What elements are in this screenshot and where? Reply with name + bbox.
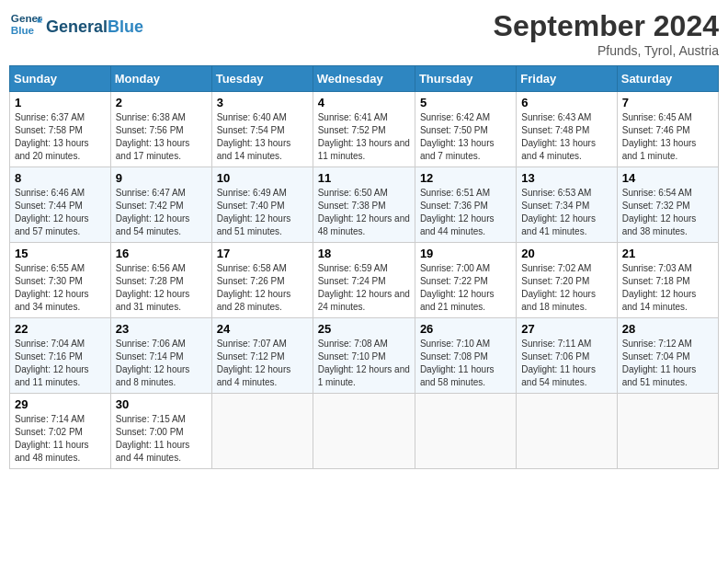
day-number: 5 <box>420 96 511 109</box>
calendar-week-row: 22 Sunrise: 7:04 AM Sunset: 7:16 PM Dayl… <box>10 318 719 394</box>
day-number: 28 <box>622 322 713 336</box>
day-number: 30 <box>116 397 207 411</box>
day-number: 16 <box>116 247 207 260</box>
calendar-cell <box>617 394 718 469</box>
day-number: 26 <box>420 322 511 336</box>
day-of-week-header: Tuesday <box>211 66 313 92</box>
calendar-cell: 12 Sunrise: 6:51 AM Sunset: 7:36 PM Dayl… <box>415 167 516 243</box>
day-number: 17 <box>217 247 308 260</box>
title-block: September 2024 Pfunds, Tyrol, Austria <box>494 9 719 58</box>
day-info: Sunrise: 7:07 AM Sunset: 7:12 PM Dayligh… <box>217 338 308 389</box>
day-info: Sunrise: 7:00 AM Sunset: 7:22 PM Dayligh… <box>420 262 511 314</box>
day-info: Sunrise: 7:02 AM Sunset: 7:20 PM Dayligh… <box>521 262 611 314</box>
day-number: 21 <box>622 247 713 260</box>
day-info: Sunrise: 7:14 AM Sunset: 7:02 PM Dayligh… <box>15 413 106 465</box>
day-of-week-header: Saturday <box>617 66 718 92</box>
calendar-cell: 10 Sunrise: 6:49 AM Sunset: 7:40 PM Dayl… <box>211 167 313 243</box>
calendar-cell: 18 Sunrise: 6:59 AM Sunset: 7:24 PM Dayl… <box>313 243 415 318</box>
day-info: Sunrise: 7:10 AM Sunset: 7:08 PM Dayligh… <box>420 338 511 389</box>
day-number: 29 <box>15 397 106 411</box>
page-header: General Blue GeneralBlue September 2024 … <box>9 9 719 58</box>
day-info: Sunrise: 6:38 AM Sunset: 7:56 PM Dayligh… <box>116 111 207 163</box>
day-number: 3 <box>217 96 308 109</box>
calendar-cell: 25 Sunrise: 7:08 AM Sunset: 7:10 PM Dayl… <box>313 318 415 394</box>
day-number: 27 <box>521 322 611 336</box>
location-subtitle: Pfunds, Tyrol, Austria <box>494 43 719 58</box>
day-info: Sunrise: 6:56 AM Sunset: 7:28 PM Dayligh… <box>116 262 207 314</box>
day-info: Sunrise: 6:42 AM Sunset: 7:50 PM Dayligh… <box>420 111 511 163</box>
day-number: 13 <box>521 171 611 185</box>
calendar-cell: 8 Sunrise: 6:46 AM Sunset: 7:44 PM Dayli… <box>10 167 111 243</box>
day-info: Sunrise: 7:11 AM Sunset: 7:06 PM Dayligh… <box>521 338 611 389</box>
day-info: Sunrise: 6:58 AM Sunset: 7:26 PM Dayligh… <box>217 262 308 314</box>
calendar-cell: 28 Sunrise: 7:12 AM Sunset: 7:04 PM Dayl… <box>617 318 718 394</box>
calendar-cell <box>415 394 516 469</box>
day-info: Sunrise: 6:59 AM Sunset: 7:24 PM Dayligh… <box>318 262 410 314</box>
calendar-week-row: 1 Sunrise: 6:37 AM Sunset: 7:58 PM Dayli… <box>10 92 719 167</box>
calendar-cell: 5 Sunrise: 6:42 AM Sunset: 7:50 PM Dayli… <box>415 92 516 167</box>
calendar-cell <box>517 394 617 469</box>
day-number: 14 <box>622 171 713 185</box>
day-number: 11 <box>318 171 410 185</box>
day-info: Sunrise: 7:06 AM Sunset: 7:14 PM Dayligh… <box>116 338 207 389</box>
calendar-cell: 17 Sunrise: 6:58 AM Sunset: 7:26 PM Dayl… <box>211 243 313 318</box>
day-number: 10 <box>217 171 308 185</box>
day-of-week-header: Wednesday <box>313 66 415 92</box>
logo-blue: Blue <box>108 17 143 36</box>
day-info: Sunrise: 6:41 AM Sunset: 7:52 PM Dayligh… <box>318 111 410 163</box>
day-number: 4 <box>318 96 410 109</box>
day-info: Sunrise: 7:15 AM Sunset: 7:00 PM Dayligh… <box>116 413 207 465</box>
day-info: Sunrise: 6:43 AM Sunset: 7:48 PM Dayligh… <box>521 111 611 163</box>
day-number: 24 <box>217 322 308 336</box>
calendar-cell: 22 Sunrise: 7:04 AM Sunset: 7:16 PM Dayl… <box>10 318 111 394</box>
day-number: 15 <box>15 247 106 260</box>
calendar-cell: 9 Sunrise: 6:47 AM Sunset: 7:42 PM Dayli… <box>110 167 211 243</box>
day-number: 1 <box>15 96 106 109</box>
calendar-cell <box>313 394 415 469</box>
day-number: 19 <box>420 247 511 260</box>
calendar-table: SundayMondayTuesdayWednesdayThursdayFrid… <box>9 65 719 469</box>
calendar-cell: 20 Sunrise: 7:02 AM Sunset: 7:20 PM Dayl… <box>517 243 617 318</box>
day-info: Sunrise: 7:04 AM Sunset: 7:16 PM Dayligh… <box>15 338 106 389</box>
day-number: 22 <box>15 322 106 336</box>
day-of-week-header: Friday <box>517 66 617 92</box>
calendar-cell: 11 Sunrise: 6:50 AM Sunset: 7:38 PM Dayl… <box>313 167 415 243</box>
logo-icon: General Blue <box>9 9 42 42</box>
calendar-cell <box>211 394 313 469</box>
day-info: Sunrise: 6:46 AM Sunset: 7:44 PM Dayligh… <box>15 187 106 238</box>
calendar-week-row: 15 Sunrise: 6:55 AM Sunset: 7:30 PM Dayl… <box>10 243 719 318</box>
calendar-cell: 29 Sunrise: 7:14 AM Sunset: 7:02 PM Dayl… <box>10 394 111 469</box>
day-number: 7 <box>622 96 713 109</box>
calendar-cell: 23 Sunrise: 7:06 AM Sunset: 7:14 PM Dayl… <box>110 318 211 394</box>
day-number: 8 <box>15 171 106 185</box>
calendar-header-row: SundayMondayTuesdayWednesdayThursdayFrid… <box>10 66 719 92</box>
day-info: Sunrise: 6:49 AM Sunset: 7:40 PM Dayligh… <box>217 187 308 238</box>
day-info: Sunrise: 6:53 AM Sunset: 7:34 PM Dayligh… <box>521 187 611 238</box>
day-info: Sunrise: 6:45 AM Sunset: 7:46 PM Dayligh… <box>622 111 713 163</box>
day-info: Sunrise: 7:12 AM Sunset: 7:04 PM Dayligh… <box>622 338 713 389</box>
calendar-cell: 14 Sunrise: 6:54 AM Sunset: 7:32 PM Dayl… <box>617 167 718 243</box>
calendar-cell: 7 Sunrise: 6:45 AM Sunset: 7:46 PM Dayli… <box>617 92 718 167</box>
day-info: Sunrise: 6:54 AM Sunset: 7:32 PM Dayligh… <box>622 187 713 238</box>
day-number: 6 <box>521 96 611 109</box>
calendar-cell: 3 Sunrise: 6:40 AM Sunset: 7:54 PM Dayli… <box>211 92 313 167</box>
day-number: 12 <box>420 171 511 185</box>
day-number: 9 <box>116 171 207 185</box>
day-number: 18 <box>318 247 410 260</box>
day-of-week-header: Thursday <box>415 66 516 92</box>
calendar-cell: 1 Sunrise: 6:37 AM Sunset: 7:58 PM Dayli… <box>10 92 111 167</box>
calendar-cell: 16 Sunrise: 6:56 AM Sunset: 7:28 PM Dayl… <box>110 243 211 318</box>
day-info: Sunrise: 7:03 AM Sunset: 7:18 PM Dayligh… <box>622 262 713 314</box>
calendar-cell: 21 Sunrise: 7:03 AM Sunset: 7:18 PM Dayl… <box>617 243 718 318</box>
calendar-cell: 27 Sunrise: 7:11 AM Sunset: 7:06 PM Dayl… <box>517 318 617 394</box>
day-of-week-header: Monday <box>110 66 211 92</box>
day-info: Sunrise: 6:40 AM Sunset: 7:54 PM Dayligh… <box>217 111 308 163</box>
day-info: Sunrise: 6:50 AM Sunset: 7:38 PM Dayligh… <box>318 187 410 238</box>
calendar-cell: 30 Sunrise: 7:15 AM Sunset: 7:00 PM Dayl… <box>110 394 211 469</box>
day-of-week-header: Sunday <box>10 66 111 92</box>
day-number: 2 <box>116 96 207 109</box>
calendar-week-row: 29 Sunrise: 7:14 AM Sunset: 7:02 PM Dayl… <box>10 394 719 469</box>
calendar-cell: 4 Sunrise: 6:41 AM Sunset: 7:52 PM Dayli… <box>313 92 415 167</box>
calendar-cell: 15 Sunrise: 6:55 AM Sunset: 7:30 PM Dayl… <box>10 243 111 318</box>
calendar-cell: 19 Sunrise: 7:00 AM Sunset: 7:22 PM Dayl… <box>415 243 516 318</box>
